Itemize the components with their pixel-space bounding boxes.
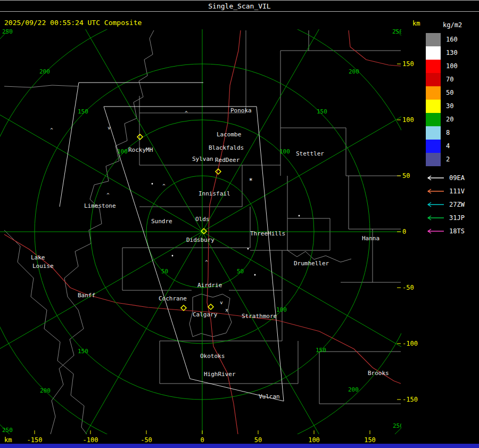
spot-marker: v	[108, 125, 110, 131]
spot-marker: x	[225, 307, 228, 313]
legend-radar-row: 31JP	[426, 211, 478, 224]
spot-marker	[254, 274, 256, 276]
county-boundary-line	[250, 176, 330, 250]
city-label: Hanna	[362, 235, 379, 242]
spot-marker	[172, 255, 174, 257]
county-boundary-line	[341, 176, 401, 282]
legend-panel: kg/m2 16013010070503020842 09EA111V27ZW3…	[426, 21, 478, 238]
radar-arrow-icon	[426, 202, 445, 207]
right-axis-tick-label: 0	[402, 228, 406, 235]
legend-level-value: 70	[446, 73, 453, 86]
legend-color-swatch	[426, 153, 441, 166]
spot-marker: v	[220, 300, 222, 305]
legend-level-value: 2	[446, 153, 450, 166]
radar-station-icon	[181, 305, 186, 311]
legend-color-swatch	[426, 100, 441, 113]
city-label: RedDeer	[215, 157, 240, 164]
city-label: Brooks	[368, 370, 389, 377]
city-label: Ponoka	[230, 107, 252, 114]
spot-marker: ^	[185, 110, 188, 116]
legend-color-swatch	[426, 73, 441, 86]
bottom-axis-tick-label: 100	[302, 436, 326, 444]
city-label: Cochrane	[159, 295, 187, 302]
legend-color-swatch	[426, 140, 441, 153]
range-ring-label: 250	[393, 422, 401, 429]
right-axis-tick-label: 100	[402, 116, 414, 124]
range-ring-label: 50	[161, 268, 168, 275]
range-ring-label: 200	[348, 386, 359, 393]
right-axis-tick-label: -100	[402, 340, 418, 347]
legend-level-row: 160	[426, 33, 478, 46]
bottom-axis-tick-label: -100	[79, 436, 102, 444]
legend-level-row: 130	[426, 46, 478, 60]
range-ring-label: 100	[276, 306, 287, 313]
range-ring-label: 200	[39, 68, 50, 75]
radial-line	[0, 29, 202, 232]
legend-radar-list: 09EA111V27ZW31JP18TS	[426, 171, 478, 238]
city-label: Stettler	[296, 150, 324, 157]
city-label: Olds	[195, 216, 210, 223]
legend-level-row: 4	[426, 140, 478, 153]
city-label: Vulcan	[259, 393, 280, 400]
range-ring-label: 250	[2, 29, 13, 35]
city-label: Didsbury	[186, 237, 214, 243]
radar-id-label: 31JP	[449, 214, 465, 222]
radar-id-label: 111V	[449, 188, 465, 195]
radial-line	[0, 232, 202, 434]
legend-color-scale: 16013010070503020842	[426, 33, 478, 166]
legend-unit-label: kg/m2	[426, 21, 478, 33]
legend-level-value: 100	[446, 60, 458, 73]
city-label: HighRiver	[204, 371, 236, 378]
spot-marker	[299, 215, 300, 217]
range-ring-label: 250	[392, 29, 401, 35]
legend-level-row: 70	[426, 73, 478, 86]
radar-id-label: 27ZW	[449, 201, 465, 208]
city-label: Lacombe	[217, 131, 241, 138]
legend-radar-row: 18TS	[426, 224, 478, 238]
county-boundary-line	[4, 85, 78, 87]
city-label: Okotoks	[200, 353, 225, 360]
window-title: Single_Scan_VIL	[208, 2, 270, 10]
highway-line	[349, 30, 401, 66]
legend-level-value: 20	[446, 113, 453, 126]
radar-id-label: 09EA	[449, 174, 465, 182]
legend-level-row: 2	[426, 153, 478, 166]
spot-marker: ^	[205, 259, 208, 265]
radar-map-canvas[interactable]: 2502001501001001502002505050100150200250…	[0, 29, 401, 434]
city-label: Sylvan	[192, 156, 213, 162]
radar-id-label: 18TS	[449, 227, 465, 235]
range-ring-label: 200	[40, 387, 51, 394]
legend-level-row: 100	[426, 60, 478, 73]
timestamp-label: 2025/09/22 00:55:24 UTC Composite	[4, 19, 142, 27]
range-ring-label: 100	[117, 148, 128, 155]
city-label: Blackfalds	[209, 144, 244, 151]
range-ring-label: 150	[317, 108, 327, 115]
bottom-axis-unit-label: km	[4, 436, 12, 444]
bottom-axis-tick-label: 150	[358, 436, 382, 444]
legend-level-value: 160	[446, 33, 458, 46]
right-axis-tick-label: 50	[402, 172, 410, 180]
radar-station-icon	[208, 304, 213, 309]
city-label: Lake	[31, 254, 45, 261]
range-ring-label: 200	[349, 68, 359, 75]
range-ring-label: 150	[316, 347, 326, 354]
city-label: ThreeHills	[250, 230, 285, 237]
radar-arrow-icon	[426, 229, 445, 234]
radar-app-window: Single_Scan_VIL 2025/09/22 00:55:24 UTC …	[0, 0, 479, 448]
bottom-axis-tick-label: -50	[135, 436, 158, 444]
city-label: Calgary	[193, 311, 218, 318]
legend-radar-row: 111V	[426, 184, 478, 198]
radial-line	[0, 232, 202, 434]
radar-arrow-icon	[426, 215, 445, 221]
county-boundary-line	[51, 30, 154, 434]
legend-color-swatch	[426, 60, 441, 73]
spot-marker: ^	[106, 192, 110, 198]
range-ring-label: 250	[2, 427, 13, 434]
spot-marker: ^	[50, 127, 53, 133]
bottom-axis-tick-label: 0	[191, 436, 214, 444]
legend-level-row: 20	[426, 113, 478, 126]
city-label: Limestone	[84, 202, 116, 209]
scan-area-outline	[60, 83, 79, 207]
right-axis-tick-label: 150	[402, 60, 414, 68]
spot-marker: *	[249, 177, 252, 184]
